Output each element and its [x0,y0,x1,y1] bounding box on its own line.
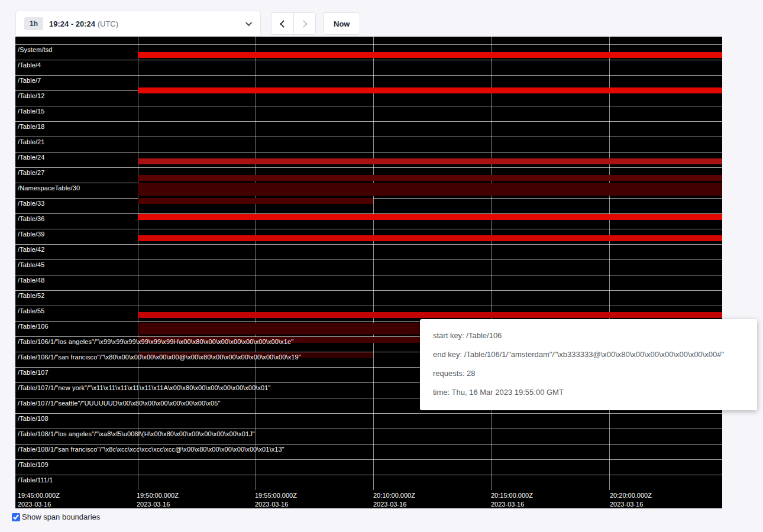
time-range-label: 19:24 - 20:24 (UTC) [49,20,118,28]
row-key-label: /Table/24 [18,154,45,161]
chevron-left-icon [280,20,287,28]
heatmap-rows: /System/tsd/Table/4/Table/7/Table/12/Tab… [15,37,722,490]
time-nav-group [271,12,316,35]
x-axis-tick-label: 20:10:00.000Z2023-03-16 [373,491,415,509]
heatmap-row[interactable]: /Table/12 [15,90,722,106]
heatmap-row[interactable]: /Table/39 [15,229,722,244]
heatmap-row[interactable]: /System/tsd [15,44,722,60]
row-key-label: /Table/45 [18,261,45,268]
row-key-label: /Table/12 [18,92,45,99]
timezone-label: (UTC) [98,20,118,28]
heatmap-row[interactable]: /Table/27 [15,167,722,183]
x-axis-tick-label: 19:50:00.000Z2023-03-16 [137,491,179,509]
range-tooltip: start key: /Table/106end key: /Table/106… [420,319,757,410]
heatmap-row[interactable]: /Table/21 [15,137,722,152]
row-key-label: /Table/107/1/"new york"/"\x11\x11\x11\x1… [18,384,271,391]
prev-time-button[interactable] [271,12,293,35]
heatmap-row[interactable]: /Table/42 [15,244,722,259]
checkbox-label: Show span boundaries [22,512,100,521]
heatmap-row[interactable]: /Table/48 [15,275,722,290]
heatmap-row[interactable]: /Table/108/1/"los angeles"/"\xa8\xf5\u00… [15,429,722,444]
chevron-down-icon [245,20,252,26]
row-key-label: /Table/39 [18,231,45,238]
row-key-label: /Table/7 [18,77,41,84]
row-key-label: /Table/55 [18,307,45,314]
heatmap-row[interactable]: /Table/7 [15,75,722,90]
x-axis-tick-label: 19:45:00.000Z2023-03-16 [18,491,60,509]
heatmap-row[interactable]: /Table/18 [15,121,722,137]
heatmap-row[interactable]: /Table/45 [15,259,722,275]
key-visualizer-canvas[interactable]: /System/tsd/Table/4/Table/7/Table/12/Tab… [15,37,722,508]
tooltip-line: end key: /Table/106/1/"amsterdam"/"\xb33… [433,350,744,359]
row-key-label: /NamespaceTable/30 [18,184,80,192]
row-key-label: /Table/52 [18,292,45,299]
row-key-label: /Table/15 [18,108,45,115]
chevron-right-icon [300,20,308,28]
row-key-label: /Table/107/1/"seattle"/"UUUUUUD\x00\x80\… [18,400,220,407]
row-key-label: /Table/36 [18,215,45,222]
next-time-button[interactable] [293,12,316,35]
row-key-label: /Table/4 [18,61,41,69]
x-axis-tick-label: 19:55:00.000Z2023-03-16 [255,491,297,509]
heatmap-row[interactable]: /Table/36 [15,213,722,229]
heatmap-row[interactable]: /Table/24 [15,152,722,167]
heatmap-row[interactable]: /Table/108/1/"san francisco"/"\x8c\xcc\x… [15,444,722,459]
row-key-label: /Table/106 [18,323,49,330]
heatmap-row[interactable]: /Table/111/1 [15,475,722,490]
duration-badge: 1h [24,17,43,30]
x-axis-tick-label: 20:20:00.000Z2023-03-16 [610,491,652,509]
heatmap-row[interactable]: /Table/33 [15,198,722,213]
heatmap-row[interactable]: /Table/108 [15,413,722,429]
heatmap-row[interactable]: /Table/52 [15,290,722,306]
row-key-label: /System/tsd [18,46,53,53]
x-axis-tick-label: 20:15:00.000Z2023-03-16 [491,491,533,509]
heatmap-row[interactable]: /Table/109 [15,459,722,475]
row-key-label: /Table/21 [18,138,45,145]
row-key-label: /Table/106/1/"los angeles"/"\x99\x99\x99… [18,338,293,345]
row-key-label: /Table/106/1/"san francisco"/"\x80\x00\x… [18,353,301,361]
row-key-label: /Table/107 [18,369,49,376]
time-range-value: 19:24 - 20:24 [49,20,95,28]
show-span-boundaries-checkbox[interactable] [12,513,20,521]
row-key-label: /Table/111/1 [18,476,53,484]
time-toolbar: 1h 19:24 - 20:24 (UTC) Now [15,11,360,37]
row-key-label: /Table/33 [18,200,45,207]
row-key-label: /Table/108 [18,415,49,422]
row-key-label: /Table/48 [18,277,45,284]
row-key-label: /Table/42 [18,246,45,253]
tooltip-line: requests: 28 [433,369,744,378]
heatmap-row[interactable]: /Table/15 [15,106,722,121]
x-axis: 19:45:00.000Z2023-03-1619:50:00.000Z2023… [15,490,722,508]
row-key-label: /Table/108/1/"san francisco"/"\x8c\xcc\x… [18,446,284,453]
row-key-label: /Table/18 [18,123,45,130]
tooltip-line: time: Thu, 16 Mar 2023 19:55:00 GMT [433,388,744,397]
heatmap-row[interactable]: /Table/4 [15,60,722,75]
show-span-boundaries[interactable]: Show span boundaries [12,512,100,521]
now-button[interactable]: Now [323,12,360,35]
time-range-selector[interactable]: 1h 19:24 - 20:24 (UTC) [15,11,261,37]
heatmap-row[interactable]: /NamespaceTable/30 [15,183,722,198]
row-key-label: /Table/109 [18,461,49,468]
tooltip-line: start key: /Table/106 [433,331,744,340]
row-key-label: /Table/27 [18,169,45,176]
row-key-label: /Table/108/1/"los angeles"/"\xa8\xf5\u00… [18,430,255,437]
